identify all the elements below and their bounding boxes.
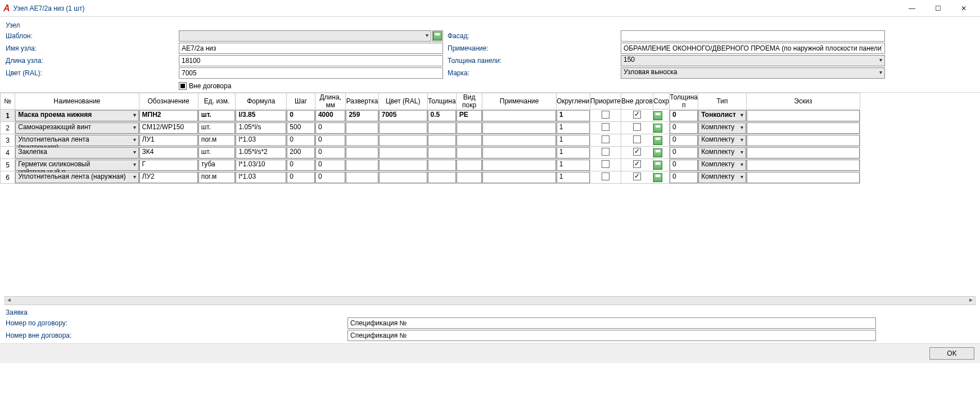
table-row[interactable]: 3Уплотнительная лента (внутренняя)ЛУ1пог… [1, 134, 860, 147]
grid-cell[interactable]: Комплекту [698, 160, 746, 171]
prio-checkbox[interactable] [602, 160, 609, 168]
cvet-input[interactable] [179, 67, 443, 79]
save-icon[interactable] [653, 173, 662, 182]
imya-input[interactable] [179, 43, 443, 54]
grid-cell[interactable]: МПН2 [139, 110, 198, 121]
grid-cell[interactable] [482, 160, 556, 171]
grid-cell[interactable]: 1 [557, 172, 590, 183]
grid-cell[interactable]: Маска проема нижняя [15, 110, 138, 121]
grid-cell[interactable]: 0 [287, 135, 315, 146]
prim-input[interactable] [621, 43, 885, 54]
grid-cell[interactable] [747, 122, 860, 134]
col-eskiz[interactable]: Эскиз [746, 93, 860, 110]
grid-cell[interactable]: Уплотнительная лента (внутренняя) [15, 135, 138, 146]
col-prio[interactable]: Приорите [590, 93, 621, 110]
grid-cell[interactable] [457, 172, 482, 183]
prio-checkbox[interactable] [602, 148, 609, 156]
grid-cell[interactable] [747, 110, 860, 121]
col-tolp[interactable]: Толщина п [670, 93, 698, 110]
grid-cell[interactable]: ЗК4 [139, 147, 198, 158]
grid-cell[interactable] [428, 172, 456, 183]
vne-checkbox[interactable] [633, 173, 641, 180]
grid-cell[interactable] [379, 135, 427, 146]
save-icon[interactable] [653, 136, 662, 145]
grid-cell[interactable]: Тонколист [698, 110, 746, 121]
grid-cell[interactable]: 0 [315, 147, 346, 158]
grid-cell[interactable]: 1.05*l/s*2 [236, 147, 286, 158]
vne-checkbox[interactable] [633, 160, 641, 168]
grid-cell[interactable]: 1 [557, 122, 590, 134]
col-obozn[interactable]: Обозначение [139, 93, 198, 110]
grid-cell[interactable] [346, 172, 378, 183]
grid-cell[interactable]: 259 [346, 110, 378, 121]
table-row[interactable]: 5Герметик силиконовый нейтральный пГтуба… [1, 159, 860, 171]
vne-checkbox[interactable] [633, 123, 641, 131]
vne-checkbox[interactable] [633, 135, 641, 143]
grid-cell[interactable] [482, 135, 556, 146]
table-row[interactable]: 4ЗаклепкаЗК4шт.1.05*l/s*2200010Комплекту [1, 147, 860, 159]
grid-cell[interactable]: Комплекту [698, 172, 746, 183]
grid-cell[interactable] [428, 147, 456, 158]
spec1-input[interactable] [347, 317, 876, 329]
grid-cell[interactable]: Комплекту [698, 122, 746, 134]
grid-cell[interactable] [346, 147, 378, 158]
grid-cell[interactable] [428, 135, 456, 146]
grid-cell[interactable]: Самонарезающий винт [15, 122, 138, 134]
grid-cell[interactable]: 0 [670, 110, 698, 121]
maximize-button[interactable]: ☐ [925, 0, 951, 17]
grid-cell[interactable] [379, 172, 427, 183]
grid-cell[interactable]: ЛУ1 [139, 135, 198, 146]
tolsch-select[interactable]: 150 [621, 55, 885, 66]
fasad-input[interactable] [621, 30, 885, 42]
grid-cell[interactable]: 0 [315, 160, 346, 171]
grid-cell[interactable] [379, 122, 427, 134]
grid-cell[interactable]: PE [457, 110, 482, 121]
grid-cell[interactable]: 500 [287, 122, 315, 134]
grid-cell[interactable]: l/3.85 [236, 110, 286, 121]
table-row[interactable]: 2Самонарезающий винтСМ12/WP150шт.1.05*l/… [1, 122, 860, 134]
col-tolsch[interactable]: Толщина [427, 93, 456, 110]
grid-cell[interactable] [482, 110, 556, 121]
grid-cell[interactable]: шт. [198, 122, 236, 134]
save-icon[interactable] [653, 148, 662, 157]
col-dlina[interactable]: Длина, мм [315, 93, 346, 110]
grid-cell[interactable] [346, 160, 378, 171]
grid-cell[interactable]: Герметик силиконовый нейтральный п [15, 160, 138, 171]
grid-cell[interactable]: 0 [670, 122, 698, 134]
grid-cell[interactable]: ЛУ2 [139, 172, 198, 183]
col-tip[interactable]: Тип [698, 93, 746, 110]
col-formula[interactable]: Формула [236, 93, 287, 110]
grid-cell[interactable]: 4000 [315, 110, 346, 121]
grid-cell[interactable]: пог.м [198, 135, 236, 146]
grid-cell[interactable]: 200 [287, 147, 315, 158]
grid-cell[interactable] [457, 135, 482, 146]
grid-cell[interactable]: 1 [557, 110, 590, 121]
grid-cell[interactable]: 1 [557, 147, 590, 158]
spec2-input[interactable] [347, 330, 876, 341]
vne-checkbox[interactable] [633, 111, 641, 119]
grid-cell[interactable] [747, 135, 860, 146]
grid-cell[interactable] [747, 147, 860, 158]
grid-cell[interactable]: Г [139, 160, 198, 171]
ok-button[interactable]: OK [929, 347, 974, 360]
grid-cell[interactable]: l*1.03/10 [236, 160, 286, 171]
grid-cell[interactable]: 1 [557, 160, 590, 171]
grid-cell[interactable] [457, 147, 482, 158]
grid-cell[interactable]: Заклепка [15, 147, 138, 158]
grid-cell[interactable]: 0 [670, 172, 698, 183]
grid-cell[interactable] [482, 172, 556, 183]
close-button[interactable]: ✕ [951, 0, 977, 17]
marka-select[interactable]: Узловая выноска [621, 67, 885, 79]
grid-cell[interactable]: l*1.03 [236, 135, 286, 146]
grid-cell[interactable]: 0 [287, 172, 315, 183]
col-sohr[interactable]: Сохр [653, 93, 669, 110]
grid-cell[interactable]: шт. [198, 110, 236, 121]
grid-cell[interactable] [379, 147, 427, 158]
col-cvet[interactable]: Цвет (RAL) [378, 93, 427, 110]
grid-cell[interactable] [428, 160, 456, 171]
col-prim[interactable]: Примечание [482, 93, 556, 110]
grid-cell[interactable]: 0.5 [428, 110, 456, 121]
vne-dogovora-check[interactable]: Вне договора [179, 82, 443, 90]
grid-cell[interactable] [428, 122, 456, 134]
grid-cell[interactable]: 0 [315, 172, 346, 183]
